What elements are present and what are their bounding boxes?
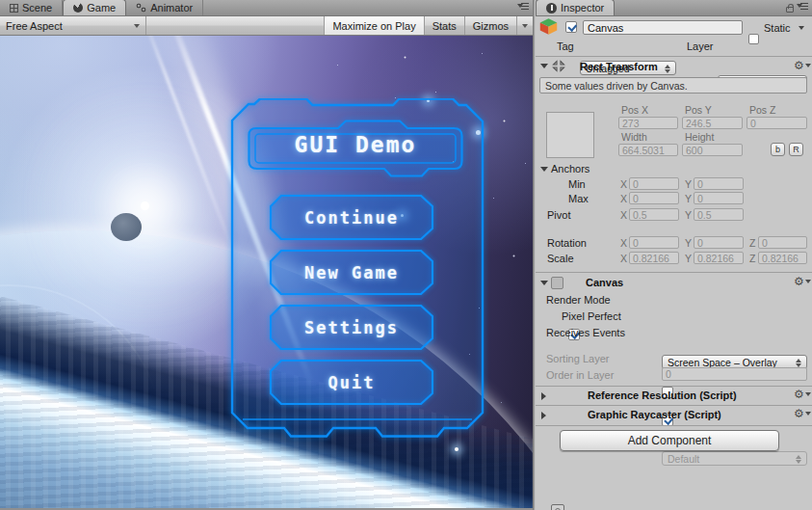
z-axis-label: Z (749, 253, 755, 264)
gizmos-dropdown-arrow[interactable] (516, 16, 533, 35)
moon-silhouette (111, 213, 142, 241)
panel-menu-icon[interactable] (797, 3, 807, 12)
continue-button[interactable]: Continue (270, 195, 433, 240)
gizmos-button[interactable]: Gizmos (464, 16, 516, 35)
pivot-x-field[interactable]: 0.5 (629, 208, 679, 221)
graphic-raycaster-foldout[interactable] (541, 412, 546, 419)
menu-title: GUI Demo (248, 132, 463, 157)
reference-resolution-title: Reference Resolution (Script) (588, 389, 737, 401)
sorting-layer-label: Sorting Layer (546, 353, 609, 364)
tab-animator[interactable]: Animator (126, 0, 203, 15)
x-axis-label: X (620, 253, 627, 264)
sun-glare (141, 201, 149, 210)
pivot-y-field[interactable]: 0.5 (694, 208, 744, 221)
x-axis-label: X (620, 209, 627, 221)
scale-x-field[interactable]: 0.82166 (629, 252, 679, 264)
tab-game-label: Game (87, 2, 116, 13)
game-toolbar: Free Aspect Maximize on Play Stats Gizmo… (0, 16, 533, 36)
anchor-min-y-field[interactable]: 0 (694, 177, 744, 190)
game-panel: Scene Game Animator Free Aspect Maximize… (0, 0, 533, 510)
y-axis-label: Y (685, 253, 692, 264)
aspect-dropdown[interactable]: Free Aspect (0, 16, 146, 35)
reference-resolution-foldout[interactable] (541, 392, 546, 400)
gameobject-cube-icon[interactable] (539, 18, 558, 35)
anchors-label: Anchors (551, 163, 589, 174)
width-label: Width (621, 131, 647, 143)
pos-y-label: Pos Y (685, 104, 712, 116)
stats-button[interactable]: Stats (424, 16, 464, 35)
chevron-down-icon (134, 24, 140, 28)
popup-arrow-icon (796, 455, 802, 464)
static-flags-dropdown-icon[interactable] (799, 26, 804, 30)
gameobject-name-field[interactable]: Canvas (583, 20, 743, 35)
continue-button-label: Continue (270, 195, 433, 240)
unity-editor-window: Scene Game Animator Free Aspect Maximize… (0, 0, 812, 510)
pos-y-field[interactable]: 246.5 (682, 117, 743, 129)
graphic-raycaster-title: Graphic Raycaster (Script) (588, 409, 721, 420)
order-in-layer-label: Order in Layer (546, 369, 614, 381)
new-game-button-label: New Game (270, 250, 433, 295)
gear-icon[interactable] (794, 276, 811, 287)
scale-z-field[interactable]: 0.82166 (758, 252, 807, 264)
chevron-down-icon (522, 24, 528, 28)
rect-transform-foldout[interactable] (540, 64, 548, 68)
anchor-max-y-field[interactable]: 0 (694, 192, 744, 204)
new-game-button[interactable]: New Game (270, 250, 433, 295)
pos-z-field[interactable]: 0 (747, 117, 807, 129)
x-axis-label: X (620, 237, 627, 249)
panel-menu-icon[interactable] (517, 3, 528, 12)
tab-inspector[interactable]: Inspector (536, 0, 615, 15)
quit-button[interactable]: Quit (270, 360, 433, 405)
rotation-z-field[interactable]: 0 (758, 236, 807, 249)
anchor-min-x-field[interactable]: 0 (629, 177, 679, 190)
inspector-panel: Inspector Canvas Static Tag Untagged Lay… (536, 0, 812, 510)
settings-button[interactable]: Settings (270, 305, 433, 350)
animator-nodes-icon (136, 3, 146, 13)
tab-scene[interactable]: Scene (0, 0, 63, 15)
tab-animator-label: Animator (150, 2, 193, 13)
scale-label: Scale (547, 253, 574, 264)
pixel-perfect-label: Pixel Perfect (562, 310, 621, 322)
rotation-y-field[interactable]: 0 (694, 236, 744, 249)
height-label: Height (685, 131, 714, 143)
pos-x-field[interactable]: 273 (618, 117, 678, 129)
raw-edit-mode-button[interactable]: R (789, 143, 803, 156)
anchors-foldout[interactable] (540, 167, 548, 172)
lock-icon[interactable] (786, 7, 794, 13)
tab-game[interactable]: Game (63, 0, 126, 15)
y-axis-label: Y (685, 193, 692, 204)
rect-transform-title: Rect Transform (580, 61, 658, 72)
render-mode-value: Screen Space – Overlay (668, 357, 777, 368)
static-checkbox[interactable] (748, 34, 759, 44)
anchor-max-x-field[interactable]: 0 (629, 192, 679, 204)
settings-button-label: Settings (270, 305, 433, 350)
add-component-button[interactable]: Add Component (560, 430, 779, 451)
anchors-min-label: Min (568, 178, 586, 190)
rect-transform-icon (551, 59, 566, 73)
gameobject-active-checkbox[interactable] (565, 21, 577, 33)
y-axis-label: Y (685, 178, 692, 190)
scale-y-field[interactable]: 0.82166 (694, 252, 744, 264)
popup-arrow-icon (665, 65, 671, 73)
receives-events-label: Receives Events (546, 327, 625, 338)
z-axis-label: Z (749, 237, 755, 249)
canvas-foldout[interactable] (540, 281, 548, 285)
gear-icon[interactable] (794, 408, 811, 419)
canvas-component-icon (551, 277, 563, 289)
reference-resolution-icon (551, 504, 564, 510)
y-axis-label: Y (685, 209, 692, 221)
maximize-on-play-button[interactable]: Maximize on Play (324, 16, 423, 35)
blueprint-mode-button[interactable]: b (771, 143, 785, 156)
gear-icon[interactable] (794, 60, 811, 71)
static-label: Static (764, 22, 791, 34)
anchor-preview-box[interactable] (546, 112, 594, 158)
maximize-on-play-label: Maximize on Play (332, 20, 415, 32)
quit-button-label: Quit (270, 360, 433, 405)
sorting-layer-value: Default (668, 453, 699, 465)
pos-z-label: Pos Z (749, 104, 775, 116)
height-field[interactable]: 600 (682, 144, 743, 156)
width-field[interactable]: 664.5031 (618, 144, 678, 156)
gear-icon[interactable] (794, 389, 811, 400)
glow-star (455, 447, 458, 451)
rotation-x-field[interactable]: 0 (629, 236, 679, 249)
